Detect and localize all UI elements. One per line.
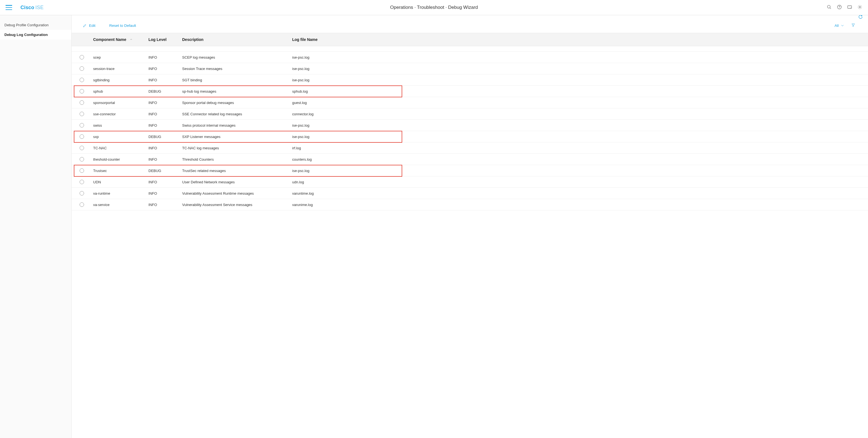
cell-description: User Defined Network messages [181,180,291,184]
table-row[interactable]: session-traceINFOSession Trace messagesi… [71,63,868,75]
menu-icon[interactable] [5,5,12,10]
cell-component: sxp [92,135,147,139]
cell-level: INFO [147,146,181,150]
cell-component: scep [92,55,147,59]
scope-dropdown[interactable]: All [835,24,844,28]
cell-description: Threshold Counters [181,157,291,162]
row-radio[interactable] [80,89,84,93]
svg-marker-6 [852,24,855,27]
product-suffix: ISE [35,5,44,10]
cell-description: TrustSec related messages [181,169,291,173]
sidebar: Debug Profile Configuration Debug Log Co… [0,15,71,438]
search-icon[interactable] [827,4,832,10]
cell-description: Vulnerability Assessment Service message… [181,203,291,207]
table-row[interactable]: sse-connectorINFOSSE Connector related l… [71,108,868,120]
cell-logfile: sphub.log [291,89,388,93]
help-icon[interactable] [837,4,842,10]
table-row[interactable]: va-serviceINFOVulnerability Assessment S… [71,199,868,210]
cell-logfile: udn.log [291,180,388,184]
cell-logfile: ise-psc.log [291,78,388,82]
row-radio[interactable] [80,66,84,71]
svg-point-3 [839,8,840,8]
gear-icon[interactable] [857,4,863,10]
row-radio[interactable] [80,157,84,162]
cell-description: SGT binding [181,78,291,82]
cell-level: INFO [147,67,181,71]
cell-component: session-trace [92,67,147,71]
table-row[interactable]: sphubDEBUGsp-hub log messagessphub.log [71,86,868,97]
cell-level: INFO [147,55,181,59]
row-radio[interactable] [80,146,84,150]
table-row[interactable]: TC-NACINFOTC-NAC log messagesirf.log [71,142,868,154]
cell-level: INFO [147,101,181,105]
row-radio[interactable] [80,78,84,82]
cell-level: DEBUG [147,169,181,173]
table-row[interactable]: sxpDEBUGSXP Listener messagesise-psc.log [71,131,868,142]
table-row[interactable]: sponsorportalINFOSponsor portal debug me… [71,97,868,108]
sort-asc-icon [130,37,133,42]
row-radio[interactable] [80,168,84,173]
filter-icon[interactable] [851,23,855,28]
table-body: samlINFOSAML messagesise-psc.logscepINFO… [71,46,868,438]
table-row[interactable]: TrustsecDEBUGTrustSec related messagesis… [71,165,868,176]
col-level[interactable]: Log Level [147,37,181,42]
col-component[interactable]: Component Name [92,37,147,42]
cell-component: sponsorportal [92,101,147,105]
cell-level: INFO [147,203,181,207]
cell-description: SCEP log messages [181,55,291,59]
table-row[interactable]: theshold-counterINFOThreshold Countersco… [71,154,868,165]
svg-point-5 [859,6,861,8]
cell-component: swiss [92,123,147,127]
table-row[interactable]: scepINFOSCEP log messagesise-psc.log [71,52,868,63]
cell-level: INFO [147,112,181,116]
table-row[interactable]: UDNINFOUser Defined Network messagesudn.… [71,176,868,188]
cell-level: DEBUG [147,135,181,139]
toolbar: Edit Reset to Default All [71,18,868,33]
edit-button[interactable]: Edit [83,24,95,28]
sidebar-item-debug-profile[interactable]: Debug Profile Configuration [0,20,71,30]
chevron-down-icon [840,24,844,28]
cell-level: INFO [147,180,181,184]
cell-logfile: connector.log [291,112,388,116]
cell-component: sgtbinding [92,78,147,82]
top-icons [827,4,863,10]
row-radio[interactable] [80,135,84,139]
table-row[interactable]: va-runtimeINFOVulnerability Assessment R… [71,188,868,199]
cell-logfile: irf.log [291,146,388,150]
cell-description: Sponsor portal debug messages [181,101,291,105]
cell-component: va-service [92,203,147,207]
cell-description: Vulnerability Assessment Runtime message… [181,191,291,196]
cell-logfile: ise-psc.log [291,169,388,173]
reset-label: Reset to Default [109,24,136,28]
breadcrumb: Operations · Troubleshoot · Debug Wizard [390,5,478,10]
cell-component: sse-connector [92,112,147,116]
cell-level: INFO [147,123,181,127]
table-row[interactable]: sgtbindingINFOSGT bindingise-psc.log [71,75,868,86]
row-radio[interactable] [80,123,84,127]
cell-logfile: ise-psc.log [291,123,388,127]
svg-line-1 [830,8,831,9]
col-logfile[interactable]: Log file Name [291,37,388,42]
reset-default-button[interactable]: Reset to Default [109,24,136,28]
cell-component: theshold-counter [92,157,147,162]
product-logo: CiscoISE [21,5,44,10]
row-radio[interactable] [80,202,84,207]
svg-point-0 [827,5,830,8]
table-row[interactable]: swissINFOSwiss protocol internal message… [71,120,868,131]
cell-component: sphub [92,89,147,93]
row-radio[interactable] [80,180,84,184]
col-description[interactable]: Description [181,37,291,42]
cell-component: UDN [92,180,147,184]
cell-component: TC-NAC [92,146,147,150]
table-row[interactable]: samlINFOSAML messagesise-psc.log [71,46,868,52]
cell-description: SSE Connector related log messages [181,112,291,116]
row-radio[interactable] [80,100,84,105]
edit-label: Edit [89,24,95,28]
row-radio[interactable] [80,55,84,59]
row-radio[interactable] [80,112,84,116]
cell-logfile: ise-psc.log [291,135,388,139]
row-radio[interactable] [80,191,84,196]
cell-description: SXP Listener messages [181,135,291,139]
tools-icon[interactable] [847,4,852,10]
sidebar-item-debug-log[interactable]: Debug Log Configuration [0,30,71,39]
